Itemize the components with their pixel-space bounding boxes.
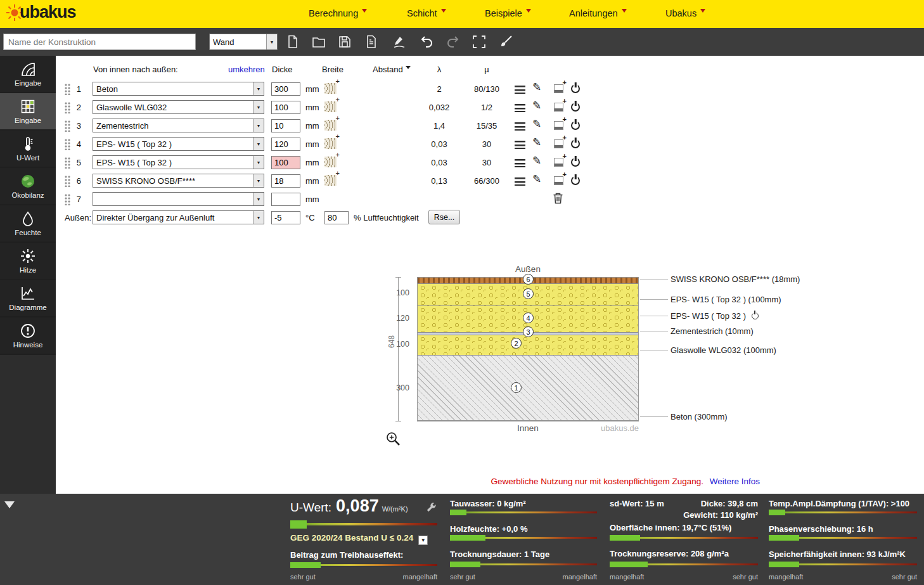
- insert-layer-icon[interactable]: [554, 158, 563, 167]
- zoom-icon[interactable]: [385, 431, 401, 449]
- thickness-input[interactable]: [271, 138, 300, 151]
- thickness-input-empty[interactable]: [271, 193, 300, 206]
- sidebar-item-eingabe-tabelle[interactable]: Eingabe: [0, 93, 56, 131]
- material-select[interactable]: Beton▼: [93, 82, 264, 96]
- layer-menu-icon[interactable]: [515, 159, 525, 167]
- texture-icon[interactable]: [324, 157, 337, 167]
- unit-label: mm: [305, 84, 319, 94]
- edit-pencil-icon[interactable]: ✎: [532, 137, 541, 148]
- construction-type-select[interactable]: Wand ▼: [209, 34, 278, 50]
- layer-menu-icon[interactable]: [515, 86, 525, 94]
- rating-marker: [450, 510, 466, 515]
- tav-rating-bar: [769, 510, 917, 515]
- redo-icon[interactable]: [445, 34, 460, 49]
- power-toggle-icon[interactable]: [571, 84, 580, 93]
- nav-anleitungen[interactable]: Anleitungen: [569, 8, 627, 18]
- nav-berechnung[interactable]: Berechnung: [309, 8, 367, 18]
- power-toggle-icon[interactable]: [571, 139, 580, 148]
- edit-pencil-icon[interactable]: ✎: [532, 174, 541, 184]
- insert-layer-icon[interactable]: [554, 103, 563, 112]
- collapse-panel-arrow-icon[interactable]: [4, 501, 15, 513]
- chevron-down-icon: [362, 9, 367, 15]
- insert-layer-icon[interactable]: [554, 121, 563, 130]
- edit-pencil-icon[interactable]: ✎: [532, 119, 541, 129]
- sidebar-item-hitze[interactable]: Hitze: [0, 243, 56, 280]
- thickness-input[interactable]: [271, 174, 300, 188]
- treibhaus-label: Beitrag zum Treibhauseffekt:: [290, 550, 437, 560]
- outside-temperature-input[interactable]: [271, 211, 300, 224]
- insert-layer-icon[interactable]: [554, 176, 563, 185]
- edit-pencil-icon[interactable]: ✎: [532, 100, 541, 111]
- sidebar-item-uwert[interactable]: U-Wert: [0, 131, 56, 168]
- thickness-input[interactable]: [271, 101, 300, 114]
- uwert-line: U-Wert:0,087W/(m²K): [290, 496, 437, 516]
- col-header-abstand-dropdown[interactable]: Abstand: [373, 65, 411, 74]
- rating-marker: [290, 562, 321, 568]
- thermometer-icon: [20, 136, 36, 152]
- nav-schicht[interactable]: Schicht: [407, 8, 446, 18]
- insert-layer-icon[interactable]: [554, 84, 563, 93]
- sidebar-item-oekobilanz[interactable]: Ökobilanz: [0, 168, 56, 205]
- layer-menu-icon[interactable]: [515, 141, 525, 149]
- speicherfaehigkeit-rating-bar: [769, 562, 917, 567]
- power-toggle-icon[interactable]: [571, 176, 580, 185]
- pdf-export-icon[interactable]: [364, 34, 379, 49]
- material-select[interactable]: SWISS KRONO OSB/F****▼: [93, 174, 264, 188]
- edit-pencil-icon[interactable]: ✎: [532, 155, 541, 166]
- layer-row-1: 1 Beton▼ mm 2 80/130 ✎: [56, 80, 924, 98]
- mu-value: 30: [465, 139, 509, 149]
- power-toggle-icon[interactable]: [571, 121, 580, 130]
- weitere-infos-link[interactable]: Weitere Infos: [710, 477, 760, 486]
- thickness-input-modified[interactable]: [271, 156, 300, 169]
- rating-marker: [610, 562, 648, 567]
- paint-brush-icon[interactable]: [498, 34, 513, 49]
- outside-humidity-input[interactable]: [324, 211, 349, 224]
- thickness-input[interactable]: [271, 119, 300, 132]
- diagram-layer-beton[interactable]: [418, 356, 638, 421]
- texture-icon[interactable]: [324, 120, 337, 131]
- sidebar-item-hinweise[interactable]: Hinweise: [0, 318, 56, 355]
- nav-ubakus[interactable]: Ubakus: [665, 8, 705, 18]
- layer-menu-icon[interactable]: [515, 177, 525, 186]
- leader-line: [640, 416, 668, 417]
- construction-name-input[interactable]: [3, 34, 196, 50]
- sidebar-item-eingabe-aufbau[interactable]: Eingabe: [0, 56, 56, 93]
- undo-icon[interactable]: [420, 34, 435, 49]
- material-select[interactable]: Zementestrich▼: [93, 119, 264, 132]
- texture-icon[interactable]: [324, 101, 337, 112]
- insert-layer-icon[interactable]: [554, 139, 563, 148]
- power-toggle-icon[interactable]: [752, 312, 759, 319]
- layer-menu-icon[interactable]: [515, 104, 525, 112]
- edit-pencil-icon[interactable]: ✎: [532, 82, 541, 93]
- rename-sign-icon[interactable]: [392, 34, 407, 49]
- diagram-layer-glaswolle[interactable]: [418, 335, 638, 356]
- material-select[interactable]: EPS- W15 ( Top 32 )▼: [93, 137, 264, 151]
- layer-menu-icon[interactable]: [515, 122, 525, 131]
- material-select[interactable]: Glaswolle WLG032▼: [93, 100, 264, 114]
- thickness-input[interactable]: [271, 82, 300, 96]
- rse-button[interactable]: Rse...: [428, 210, 460, 224]
- nav-beispiele[interactable]: Beispiele: [485, 8, 531, 18]
- power-toggle-icon[interactable]: [571, 158, 580, 167]
- reverse-layers-link[interactable]: umkehren: [228, 65, 265, 74]
- chevron-down-icon: ▼: [253, 174, 264, 187]
- texture-icon[interactable]: [324, 175, 337, 186]
- new-document-icon[interactable]: [285, 34, 300, 49]
- ubakus-logo[interactable]: ubakus: [5, 3, 76, 22]
- geg-dropdown-icon[interactable]: ▼: [418, 536, 428, 545]
- open-folder-icon[interactable]: [311, 34, 326, 49]
- fit-screen-icon[interactable]: [472, 34, 487, 49]
- material-select-empty[interactable]: ▼: [93, 192, 264, 206]
- trash-icon[interactable]: [553, 192, 563, 206]
- layer-badge-1: 1: [511, 382, 522, 393]
- col-header-dicke: Dicke: [272, 65, 293, 74]
- power-toggle-icon[interactable]: [571, 103, 580, 112]
- texture-icon[interactable]: [324, 138, 337, 149]
- sidebar-item-feuchte[interactable]: Feuchte: [0, 205, 56, 243]
- save-icon[interactable]: [337, 34, 352, 49]
- sidebar-item-diagramme[interactable]: Diagramme: [0, 280, 56, 318]
- outside-transition-select[interactable]: Direkter Übergang zur Außenluft▼: [93, 210, 264, 224]
- material-select[interactable]: EPS- W15 ( Top 32 )▼: [93, 155, 264, 169]
- texture-icon[interactable]: [324, 83, 337, 94]
- wrench-icon[interactable]: [425, 501, 437, 516]
